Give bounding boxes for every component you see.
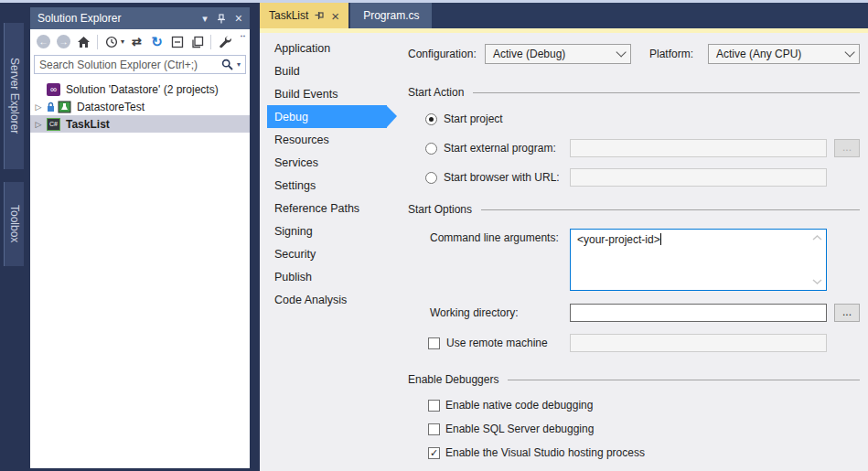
configuration-dropdown[interactable]: Active (Debug) (485, 44, 631, 64)
start-options-group: Start Options (408, 203, 860, 216)
enable-debuggers-title: Enable Debuggers (408, 373, 498, 386)
nav-item-build-events[interactable]: Build Events (267, 82, 387, 105)
sync-with-active-document-button[interactable]: ⇄ (129, 34, 145, 49)
nav-item-build[interactable]: Build (267, 59, 387, 82)
sql-debugging-label: Enable SQL Server debugging (445, 423, 594, 435)
start-project-radio[interactable] (425, 113, 437, 125)
start-external-input[interactable] (570, 139, 827, 157)
editor-tab-bar: TaskList × Program.cs (260, 3, 868, 28)
use-remote-machine-label: Use remote machine (446, 337, 548, 349)
documents-icon (191, 36, 204, 48)
refresh-button[interactable]: ↻ (149, 34, 165, 49)
pin-icon[interactable] (315, 11, 325, 20)
check-icon: ✓ (430, 448, 438, 458)
solution-explorer-titlebar[interactable]: Solution Explorer ▾ × (30, 7, 250, 29)
window-position-menu-icon[interactable]: ▾ (202, 13, 208, 25)
start-external-radio[interactable] (425, 143, 437, 155)
test-project-icon (58, 101, 71, 113)
use-remote-machine-checkbox[interactable] (428, 337, 440, 349)
start-action-group: Start Action (408, 86, 860, 99)
remote-machine-row: Use remote machine (408, 334, 860, 352)
close-icon[interactable]: × (331, 8, 339, 24)
close-icon[interactable]: × (235, 11, 242, 26)
working-directory-input[interactable] (570, 304, 827, 322)
configuration-label: Configuration: (408, 48, 485, 60)
tab-tasklist[interactable]: TaskList × (260, 3, 348, 28)
start-options-title: Start Options (408, 203, 472, 216)
home-button[interactable] (76, 34, 91, 49)
toolbox-vertical-tab[interactable]: Toolbox (4, 182, 24, 266)
tree-item-label: Solution 'Datastore' (2 projects) (63, 83, 219, 96)
home-icon (77, 36, 91, 48)
tab-label: Program.cs (363, 9, 419, 22)
panel-splitter[interactable] (252, 3, 260, 471)
working-directory-label: Working directory: (430, 306, 518, 319)
command-line-value: <your-project-id> (577, 233, 660, 246)
pending-changes-filter-button[interactable] (103, 34, 119, 49)
tab-program-cs[interactable]: Program.cs (350, 3, 432, 28)
start-project-row: Start project (408, 110, 860, 128)
platform-label: Platform: (649, 48, 708, 60)
search-options-dropdown-icon[interactable]: ▾ (237, 60, 241, 69)
csharp-project-icon: C# (47, 118, 60, 131)
hosting-process-checkbox[interactable]: ✓ (428, 447, 440, 459)
wrench-icon (218, 35, 231, 48)
clock-icon (105, 36, 118, 48)
tree-row-tasklist[interactable]: ▷ C# TaskList (30, 115, 250, 133)
start-external-browse-button[interactable]: ... (834, 139, 860, 157)
command-line-arguments-input[interactable]: <your-project-id> (570, 229, 827, 291)
scroll-up-icon[interactable] (812, 235, 822, 241)
nav-item-services[interactable]: Services (267, 151, 387, 174)
sql-debugging-checkbox[interactable] (428, 423, 440, 435)
forward-button[interactable]: → (56, 34, 71, 49)
start-browser-input[interactable] (570, 168, 827, 187)
search-icon[interactable] (221, 59, 233, 70)
collapse-all-icon (171, 36, 184, 48)
platform-value: Active (Any CPU) (716, 48, 844, 60)
debug-settings-content: Configuration: Active (Debug) Platform: … (408, 40, 860, 461)
tree-row-solution[interactable]: ∞ Solution 'Datastore' (2 projects) (30, 80, 250, 98)
nav-item-debug[interactable]: Debug (267, 105, 387, 128)
start-browser-radio[interactable] (425, 172, 437, 184)
text-cursor (660, 233, 661, 245)
tree-row-datastoretest[interactable]: ▷ DatastoreTest (30, 98, 250, 115)
expander-icon[interactable]: ▷ (33, 120, 44, 129)
toolbar-separator (210, 35, 211, 49)
nav-item-settings[interactable]: Settings (267, 174, 387, 197)
search-placeholder: Search Solution Explorer (Ctrl+;) (39, 59, 218, 71)
chevron-down-icon (844, 47, 854, 57)
sql-debugging-row: Enable SQL Server debugging (408, 421, 860, 437)
nav-item-security[interactable]: Security (267, 242, 387, 265)
properties-nav: Application Build Build Events Debug Res… (267, 37, 404, 311)
toolbar-overflow-icon[interactable]: ⠤ (240, 29, 247, 39)
solution-icon: ∞ (47, 83, 60, 96)
native-debugging-label: Enable native code debugging (445, 399, 593, 412)
scroll-down-icon[interactable] (812, 279, 822, 284)
nav-item-resources[interactable]: Resources (267, 128, 387, 151)
expander-icon[interactable]: ▷ (33, 102, 44, 112)
filter-dropdown-icon[interactable]: ▾ (121, 37, 124, 46)
platform-dropdown[interactable]: Active (Any CPU) (708, 44, 860, 64)
forward-icon: → (57, 35, 70, 48)
native-debugging-checkbox[interactable] (428, 400, 440, 412)
nav-item-reference-paths[interactable]: Reference Paths (267, 197, 387, 219)
collapse-all-button[interactable] (169, 34, 185, 49)
nav-item-signing[interactable]: Signing (267, 219, 387, 242)
remote-machine-input[interactable] (570, 334, 827, 352)
solution-explorer-toolbar: ← → ▾ ⇄ ↻ ⠤ (30, 29, 250, 54)
left-tool-strip: Server Explorer Toolbox (0, 3, 26, 471)
properties-button[interactable] (217, 34, 232, 49)
configuration-row: Configuration: Active (Debug) Platform: … (408, 44, 860, 64)
working-directory-browse-button[interactable]: ... (834, 304, 860, 322)
nav-item-application[interactable]: Application (267, 37, 387, 59)
show-all-files-button[interactable] (189, 34, 205, 49)
back-button[interactable]: ← (36, 34, 51, 49)
command-line-row: Command line arguments: <your-project-id… (408, 229, 860, 291)
solution-explorer-title: Solution Explorer (38, 12, 193, 25)
pin-icon[interactable] (217, 14, 226, 24)
server-explorer-vertical-tab[interactable]: Server Explorer (4, 23, 24, 169)
nav-item-publish[interactable]: Publish (267, 265, 387, 288)
nav-item-code-analysis[interactable]: Code Analysis (267, 288, 387, 311)
start-action-title: Start Action (408, 86, 464, 99)
solution-explorer-search-box[interactable]: Search Solution Explorer (Ctrl+;) ▾ (34, 55, 246, 74)
